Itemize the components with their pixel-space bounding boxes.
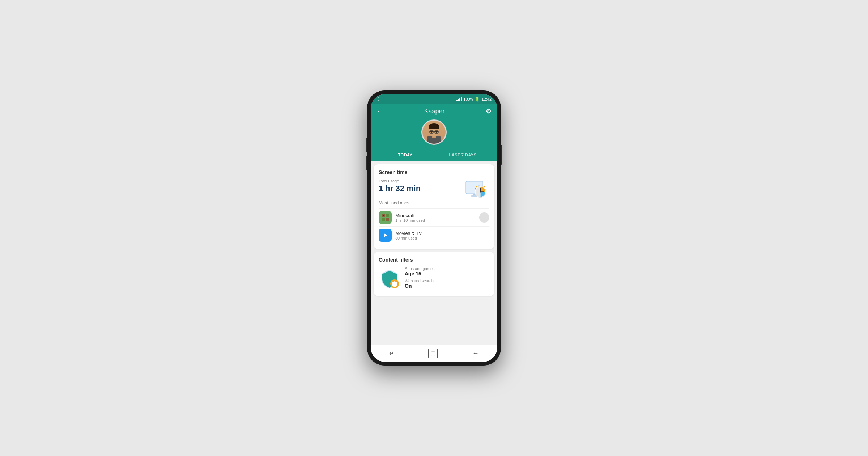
app-header: ← Kasper ⚙ — [371, 104, 497, 161]
web-search-label: Web and search — [405, 279, 489, 283]
app-info: Minecraft 1 hr 10 min used — [395, 213, 479, 223]
signal-icon — [456, 97, 462, 101]
apps-games-value: Age 15 — [405, 271, 489, 276]
header-row: ← Kasper ⚙ — [376, 107, 492, 115]
avatar-container — [421, 119, 447, 145]
page-title: Kasper — [424, 107, 444, 115]
svg-rect-26 — [383, 215, 384, 216]
battery-percent: 100% — [463, 97, 473, 101]
app-time: 1 hr 10 min used — [395, 218, 479, 223]
screen-time-content: Total usage 1 hr 32 min — [379, 179, 489, 200]
app-info: Movies & TV 30 min used — [395, 231, 489, 240]
most-used-label: Most used apps — [379, 200, 489, 206]
filter-shield-icon — [379, 268, 400, 290]
phone-frame: ☽ 100% 🔋 12:42 ← Kasper ⚙ — [367, 90, 501, 366]
app-name: Minecraft — [395, 213, 479, 218]
content-area: Screen time Total usage 1 hr 32 min — [371, 161, 497, 345]
battery-icon: 🔋 — [475, 97, 480, 102]
status-bar: ☽ 100% 🔋 12:42 — [371, 94, 497, 104]
svg-point-9 — [435, 131, 438, 133]
nav-home-button[interactable]: ▢ — [428, 349, 438, 358]
svg-rect-24 — [382, 218, 385, 221]
svg-point-20 — [476, 186, 477, 188]
moon-icon: ☽ — [376, 97, 380, 102]
screen-time-card[interactable]: Screen time Total usage 1 hr 32 min — [374, 164, 494, 249]
status-time: 12:42 — [481, 97, 492, 101]
clock-illustration — [464, 179, 489, 200]
app-toggle[interactable] — [479, 212, 489, 223]
apps-games-filter: Apps and games Age 15 — [405, 266, 489, 276]
usage-info: Total usage 1 hr 32 min — [379, 179, 464, 193]
app-name: Movies & TV — [395, 231, 489, 236]
list-item[interactable]: Movies & TV 30 min used — [379, 226, 489, 244]
avatar-image — [422, 121, 446, 144]
usage-label: Total usage — [379, 179, 464, 183]
screen-time-title: Screen time — [379, 169, 489, 175]
web-search-filter: Web and search On — [405, 279, 489, 289]
minecraft-icon — [379, 211, 392, 224]
svg-point-8 — [430, 131, 433, 133]
tabs-container: TODAY LAST 7 DAYS — [376, 149, 492, 161]
movies-icon — [379, 229, 392, 242]
power-button[interactable] — [501, 145, 502, 165]
filter-content: Apps and games Age 15 Web and search On — [379, 266, 489, 291]
settings-button[interactable]: ⚙ — [486, 107, 492, 115]
nav-back-button[interactable]: ← — [469, 347, 482, 360]
svg-rect-25 — [386, 218, 389, 221]
nav-recents-button[interactable]: ↵ — [386, 347, 397, 360]
back-button[interactable]: ← — [376, 107, 383, 115]
usage-value: 1 hr 32 min — [379, 184, 464, 193]
tab-today[interactable]: TODAY — [376, 149, 434, 161]
list-item[interactable]: Minecraft 1 hr 10 min used — [379, 208, 489, 226]
content-filters-title: Content filters — [379, 257, 489, 263]
phone-screen: ☽ 100% 🔋 12:42 ← Kasper ⚙ — [371, 94, 497, 362]
apps-games-label: Apps and games — [405, 266, 489, 271]
app-time: 30 min used — [395, 236, 489, 240]
volume-down-button[interactable] — [366, 156, 367, 170]
status-left: ☽ — [376, 97, 380, 102]
svg-rect-4 — [429, 126, 439, 129]
filter-details: Apps and games Age 15 Web and search On — [405, 266, 489, 291]
tab-last7days[interactable]: LAST 7 DAYS — [434, 149, 492, 161]
svg-rect-27 — [387, 215, 387, 216]
svg-point-21 — [483, 186, 485, 188]
avatar — [421, 119, 447, 145]
status-right: 100% 🔋 12:42 — [456, 97, 492, 102]
volume-up-button[interactable] — [366, 138, 367, 152]
content-filters-card[interactable]: Content filters — [374, 252, 494, 296]
nav-bar: ↵ ▢ ← — [371, 345, 497, 362]
web-search-value: On — [405, 283, 489, 289]
